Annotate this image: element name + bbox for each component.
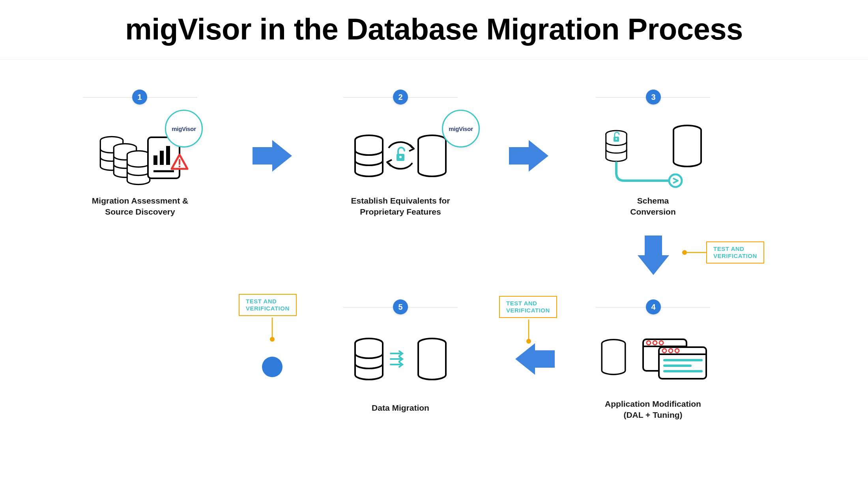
slide: migVisor in the Database Migration Proce… [0, 0, 868, 488]
arrow-right-icon [253, 140, 292, 172]
pipeline-connector [616, 163, 671, 181]
target-database-icon [418, 135, 446, 176]
step-4-label: Application Modification(DAL + Tuning) [588, 398, 718, 421]
lock-icon [397, 148, 404, 161]
source-database-icon [355, 135, 383, 176]
application-db-icon [602, 340, 625, 374]
migvisor-logo-text: migVisor [172, 125, 196, 132]
test-connector-dot [682, 250, 687, 255]
step-2-label: Establish Equivalents forProprietary Fea… [343, 195, 458, 218]
terminal-dot-icon [262, 357, 282, 377]
application-windows-icon [643, 339, 706, 379]
step-1-label: Migration Assessment &Source Discovery [83, 195, 197, 218]
test-connector-dot [270, 337, 275, 342]
data-stream-icon [391, 351, 402, 367]
test-verification-box: TEST AND VERIFICATION [239, 294, 297, 316]
test-connector-dot [526, 339, 531, 344]
target-data-icon [418, 338, 446, 380]
test-verification-box: TEST AND VERIFICATION [706, 241, 764, 264]
test-verification-box: TEST AND VERIFICATION [499, 296, 557, 318]
assessment-icon [100, 136, 150, 184]
source-data-icon [355, 338, 383, 380]
arrow-right-icon [509, 140, 548, 172]
migvisor-badge: migVisor [165, 110, 203, 148]
arrow-left-icon [515, 343, 555, 375]
arrow-down-icon [638, 236, 669, 275]
step-3-label: SchemaConversion [596, 195, 710, 218]
step-5-label: Data Migration [343, 402, 458, 413]
pipeline-end-icon [669, 174, 682, 187]
migvisor-logo-text: migVisor [449, 125, 473, 132]
target-schema-icon [673, 125, 701, 166]
migvisor-badge: migVisor [442, 110, 480, 148]
source-schema-icon [606, 131, 627, 161]
